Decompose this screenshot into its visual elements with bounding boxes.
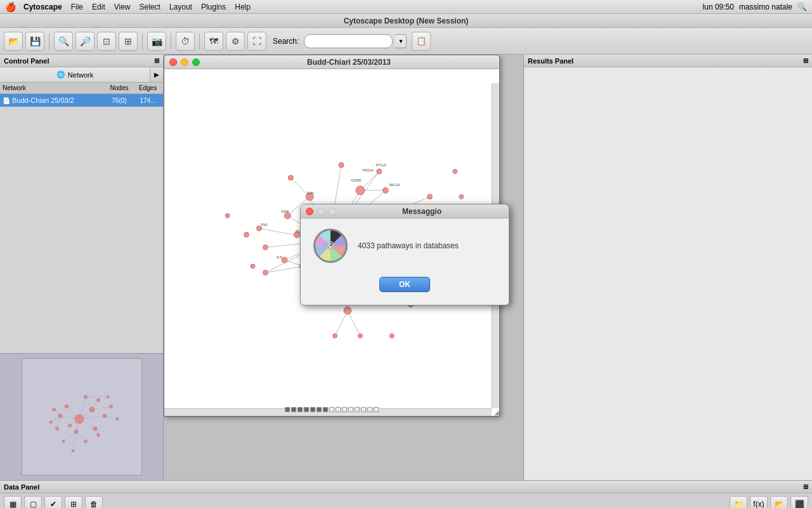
svg-point-106 — [427, 194, 432, 199]
progress-seg — [310, 407, 315, 412]
svg-text:MLGA: MLGA — [390, 183, 400, 187]
toolbar-sep-1 — [49, 33, 49, 50]
menu-file[interactable]: File — [71, 3, 83, 11]
svg-point-91 — [263, 244, 268, 250]
svg-text:IL6: IL6 — [277, 255, 282, 259]
data-toolbar-btn-4[interactable]: ⊞ — [65, 496, 82, 509]
toolbar-sep-3 — [171, 33, 171, 50]
data-right-btn-1[interactable]: 📁 — [730, 496, 747, 509]
apple-menu[interactable]: 🍎 — [5, 2, 16, 12]
search-input[interactable] — [304, 34, 393, 48]
data-panel-expand-icon[interactable]: ⊞ — [803, 483, 808, 490]
progress-seg — [348, 407, 353, 412]
dialog-title: Messaggio — [340, 207, 504, 216]
menu-help[interactable]: Help — [235, 3, 251, 11]
svg-point-92 — [256, 226, 261, 231]
svg-text:JUN: JUN — [306, 191, 314, 195]
col-edges-header: Edges — [135, 84, 160, 91]
menu-user: massimo natale — [739, 3, 792, 11]
network-row-name: Budd-Chiari 25/03/2 — [12, 97, 103, 104]
screenshot-button[interactable]: 📷 — [147, 32, 166, 51]
results-panel-title: Results Panel — [528, 57, 573, 65]
data-toolbar-btn-5[interactable]: 🗑 — [85, 496, 103, 509]
progress-seg — [361, 407, 366, 412]
save-button[interactable]: 💾 — [25, 32, 44, 51]
data-right-btn-2[interactable]: f(x) — [750, 496, 768, 509]
menu-view[interactable]: View — [114, 3, 131, 11]
menu-plugins[interactable]: Plugins — [201, 3, 226, 11]
zoom-fit-button[interactable]: ⊡ — [97, 32, 116, 51]
window-maximize-button[interactable] — [192, 58, 200, 66]
thumbnail-canvas — [22, 358, 142, 476]
data-right-btn-4[interactable]: ⬛ — [790, 496, 808, 509]
control-panel-header: Control Panel ⊞ — [0, 55, 163, 67]
control-panel: Control Panel ⊞ 🌐 Network ▶ Network Node… — [0, 55, 164, 480]
svg-point-99 — [377, 169, 382, 174]
data-toolbar-btn-2[interactable]: ▢ — [24, 496, 42, 509]
messaggio-dialog: Messaggio 4033 pathaways in databases OK — [300, 204, 509, 305]
svg-point-90 — [282, 257, 287, 263]
svg-point-113 — [390, 333, 394, 338]
tool2-button[interactable]: ⚙ — [226, 32, 245, 51]
svg-text:TNF: TNF — [260, 223, 268, 227]
menu-bar: 🍎 Cytoscape File Edit View Select Layout… — [0, 0, 812, 14]
data-panel: Data Panel ⊞ ▦ ▢ ✔ ⊞ 🗑 📁 f(x) 📂 ⬛ ID Nod… — [0, 480, 812, 508]
open-button[interactable]: 📂 — [4, 32, 23, 51]
menu-edit[interactable]: Edit — [92, 3, 105, 11]
dialog-minimize-button — [317, 208, 325, 215]
vizmapper-button[interactable]: 🗺 — [204, 32, 223, 51]
svg-text:PTGA: PTGA — [376, 163, 386, 167]
ok-button[interactable]: OK — [379, 277, 430, 292]
search-execute-button[interactable]: 📋 — [412, 32, 431, 51]
thumbnail-svg — [22, 359, 142, 476]
control-panel-title: Control Panel — [4, 57, 49, 65]
data-panel-title: Data Panel — [4, 483, 39, 491]
svg-point-98 — [383, 187, 388, 193]
network-row-icon: 📄 — [3, 97, 10, 104]
svg-point-114 — [225, 213, 230, 218]
tool3-button[interactable]: ⛶ — [247, 32, 266, 51]
progress-seg — [317, 407, 322, 412]
progress-seg — [342, 407, 347, 412]
svg-text:PDGA: PDGA — [363, 168, 374, 172]
window-minimize-button[interactable] — [181, 58, 188, 66]
layout-button[interactable]: ⏱ — [176, 32, 195, 51]
data-right-btn-3[interactable]: 📂 — [770, 496, 788, 509]
data-panel-right-tools: 📁 f(x) 📂 ⬛ — [730, 496, 808, 509]
messaggio-footer: OK — [301, 273, 509, 296]
network-window-titlebar: Budd-Chiari 25/03/2013 — [164, 55, 499, 69]
menu-select[interactable]: Select — [140, 3, 160, 11]
network-row-nodes: 76(0) — [103, 97, 135, 104]
network-tab[interactable]: 🌐 Network — [0, 67, 150, 82]
data-toolbar-btn-3[interactable]: ✔ — [44, 496, 62, 509]
zoom-in-button[interactable]: 🔎 — [75, 32, 95, 51]
resize-handle[interactable] — [492, 408, 499, 416]
messaggio-message: 4033 pathaways in databases — [358, 241, 496, 250]
zoom-out-button[interactable]: 🔍 — [54, 32, 73, 51]
col-network-header: Network — [3, 84, 103, 91]
menu-layout[interactable]: Layout — [169, 3, 192, 11]
toolbar-sep-4 — [199, 33, 200, 50]
toolbar-sep-2 — [142, 33, 143, 50]
progress-seg — [367, 407, 372, 412]
progress-seg — [374, 407, 379, 412]
dialog-close-button[interactable] — [306, 208, 313, 215]
svg-point-108 — [332, 333, 337, 338]
window-close-button[interactable] — [169, 58, 177, 66]
app-name[interactable]: Cytoscape — [23, 3, 62, 11]
control-panel-expand-icon[interactable]: ⊞ — [154, 57, 159, 64]
search-dropdown-button[interactable]: ▼ — [395, 34, 407, 48]
data-panel-toolbar: ▦ ▢ ✔ ⊞ 🗑 📁 f(x) 📂 ⬛ — [0, 493, 812, 508]
results-panel-expand-icon[interactable]: ⊞ — [803, 57, 808, 64]
network-window-title: Budd-Chiari 25/03/2013 — [204, 58, 494, 67]
zoom-100-button[interactable]: ⊞ — [119, 32, 138, 51]
network-row[interactable]: 📄 Budd-Chiari 25/03/2 76(0) 174... — [0, 94, 163, 107]
data-toolbar-btn-1[interactable]: ▦ — [4, 496, 22, 509]
network-tab-arrow[interactable]: ▶ — [150, 67, 163, 82]
toolbar: 📂 💾 🔍 🔎 ⊡ ⊞ 📷 ⏱ 🗺 ⚙ ⛶ Search: ▼ 📋 — [0, 28, 812, 55]
search-icon[interactable]: 🔍 — [797, 3, 807, 11]
svg-point-80 — [356, 186, 365, 195]
svg-point-111 — [453, 169, 457, 173]
network-tab-bar: 🌐 Network ▶ — [0, 67, 163, 83]
svg-point-110 — [251, 264, 255, 269]
